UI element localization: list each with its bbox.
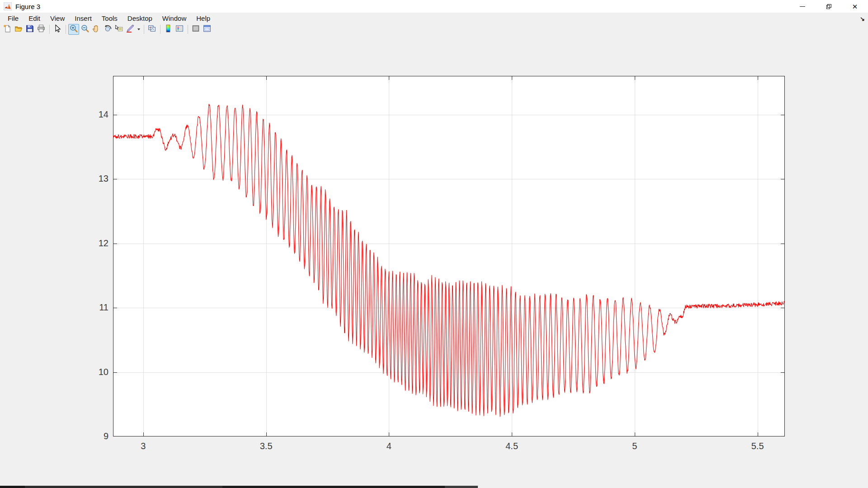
strip-segment — [445, 486, 478, 488]
open-folder-icon — [14, 24, 23, 34]
edit-plot-button[interactable] — [52, 24, 63, 35]
data-cursor-button[interactable] — [113, 24, 124, 35]
rotate-3d-icon — [104, 24, 112, 34]
menu-bar: FileEditViewInsertToolsDesktopWindowHelp — [0, 13, 868, 23]
brush-data-button[interactable] — [125, 24, 136, 35]
x-tick-label: 3.5 — [253, 441, 280, 451]
toolbar-overflow-arrow-icon[interactable]: ↘ — [860, 15, 865, 22]
menu-desktop[interactable]: Desktop — [123, 13, 157, 23]
menu-insert[interactable]: Insert — [70, 13, 97, 23]
window-title: Figure 3 — [15, 3, 40, 10]
background-window-strip — [0, 486, 478, 488]
pan-button[interactable] — [91, 24, 102, 35]
link-plot-button[interactable] — [146, 24, 157, 35]
toolbar — [0, 23, 868, 35]
toolbar-separator — [188, 25, 188, 34]
insert-legend-button[interactable] — [174, 24, 185, 35]
link-plot-icon — [148, 24, 156, 34]
figure-window: Figure 3 ✕ FileEditViewInsertToolsDeskto… — [0, 0, 868, 488]
zoom-in-icon — [70, 24, 78, 34]
y-tick-label: 14 — [70, 109, 108, 120]
hide-plot-tools-icon — [192, 24, 200, 34]
open-file-button[interactable] — [13, 24, 24, 35]
new-figure-button[interactable] — [2, 24, 13, 35]
menu-help[interactable]: Help — [191, 13, 215, 23]
rotate-3d-button[interactable] — [102, 24, 113, 35]
close-icon: ✕ — [852, 3, 858, 10]
close-button[interactable]: ✕ — [842, 0, 868, 13]
toolbar-separator — [66, 25, 66, 34]
minimize-button[interactable] — [789, 0, 816, 13]
x-tick-label: 3 — [130, 441, 157, 451]
plot-area[interactable] — [113, 76, 785, 436]
menu-file[interactable]: File — [3, 13, 24, 23]
menu-window[interactable]: Window — [157, 13, 191, 23]
matlab-figure-icon — [4, 2, 12, 10]
pan-hand-icon — [92, 24, 100, 34]
chevron-down-icon — [137, 28, 140, 30]
colorbar-icon — [164, 24, 172, 34]
hide-plot-tools-button[interactable] — [190, 24, 201, 35]
plot-region — [113, 76, 785, 436]
menu-view[interactable]: View — [45, 13, 70, 23]
menu-tools[interactable]: Tools — [97, 13, 123, 23]
new-doc-icon — [3, 24, 11, 34]
x-tick-label: 4.5 — [498, 441, 525, 451]
toolbar-separator — [49, 25, 50, 34]
brush-icon — [126, 24, 134, 34]
print-figure-button[interactable] — [36, 24, 47, 35]
legend-icon — [175, 24, 184, 34]
save-icon — [26, 24, 34, 34]
strip-segment — [222, 486, 445, 488]
restore-icon — [826, 4, 831, 9]
save-figure-button[interactable] — [24, 24, 35, 35]
brush-data-button-dropdown[interactable] — [136, 24, 141, 35]
toolbar-separator — [160, 25, 160, 34]
insert-colorbar-button[interactable] — [163, 24, 174, 35]
menu-edit[interactable]: Edit — [24, 13, 45, 23]
y-tick-label: 9 — [70, 431, 108, 441]
window-controls: ✕ — [789, 0, 868, 13]
x-tick-label: 4 — [375, 441, 402, 451]
figure-canvas: 33.544.555.591011121314 — [0, 35, 868, 488]
strip-segment — [25, 486, 222, 488]
minimize-icon — [800, 6, 805, 7]
x-tick-label: 5.5 — [744, 441, 771, 451]
zoom-in-button[interactable] — [68, 24, 79, 35]
x-tick-label: 5 — [621, 441, 648, 451]
y-tick-label: 10 — [70, 367, 108, 377]
strip-segment — [0, 486, 25, 488]
show-plot-tools-dock-button[interactable] — [202, 24, 212, 35]
data-cursor-icon — [115, 24, 123, 34]
cursor-icon — [53, 24, 61, 34]
print-icon — [37, 24, 45, 34]
zoom-out-button[interactable] — [80, 24, 90, 35]
y-tick-label: 13 — [70, 174, 108, 184]
y-tick-label: 12 — [70, 238, 108, 249]
title-bar: Figure 3 ✕ — [0, 0, 868, 13]
zoom-out-icon — [81, 24, 89, 34]
toolbar-separator — [144, 25, 144, 34]
restore-button[interactable] — [816, 0, 842, 13]
dock-figure-icon — [203, 24, 211, 34]
y-tick-label: 11 — [70, 302, 108, 313]
